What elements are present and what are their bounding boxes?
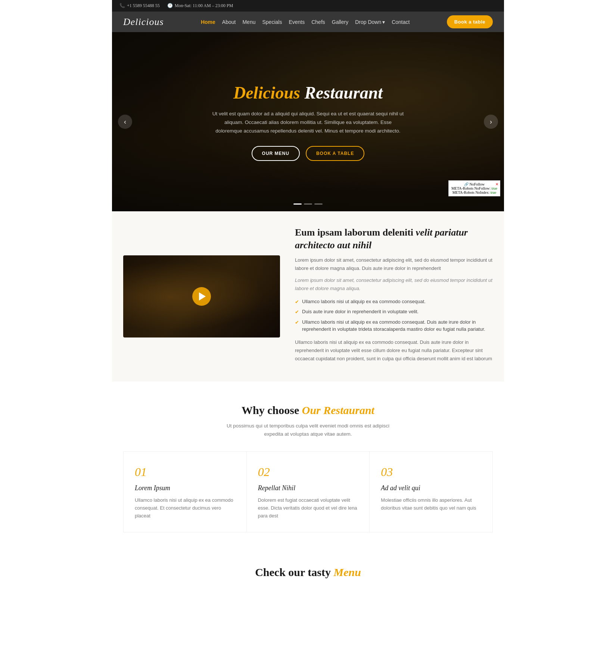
why-title-regular: Why choose (242, 404, 299, 416)
hero-title-restaurant: Restaurant (304, 83, 383, 102)
about-text: Eum ipsam laborum deleniti velit pariatu… (295, 226, 493, 367)
about-desc-1: Lorem ipsum dolor sit amet, consectetur … (295, 256, 493, 273)
why-card-title-1: Lorem Ipsum (135, 484, 235, 492)
why-card-1: 01 Lorem Ipsum Ullamco laboris nisi ut a… (124, 452, 247, 532)
nav-link-contact[interactable]: Contact (392, 19, 410, 25)
why-num-3: 03 (381, 465, 481, 479)
meta-nofollow-row: META-Robots NoFollow: true (451, 186, 497, 190)
phone-info: 📞 +1 5589 55488 55 (119, 3, 160, 9)
book-table-button[interactable]: Book a table (447, 15, 493, 28)
about-image-inner (123, 255, 280, 337)
checklist-text-3: Ullamco laboris nisi ut aliquip ex ea co… (302, 318, 493, 333)
nav-link-specials[interactable]: Specials (262, 19, 282, 25)
header: Delicious Home About Menu Specials Event… (112, 12, 504, 32)
hero-prev-button[interactable]: ‹ (118, 115, 132, 129)
about-desc-2: Lorem ipsum dolor sit amet, consectetur … (295, 276, 493, 293)
nav-link-about[interactable]: About (222, 19, 236, 25)
nav-link-chefs[interactable]: Chefs (311, 19, 325, 25)
why-card-desc-2: Dolorem est fugiat occaecati voluptate v… (258, 497, 358, 520)
nav-item-events[interactable]: Events (289, 19, 305, 25)
hero-title-gold: Delicious (233, 83, 300, 102)
checklist-text-1: Ullamco laboris nisi ut aliquip ex ea co… (302, 298, 426, 305)
about-section: Eum ipsam laborum deleniti velit pariatu… (112, 211, 504, 382)
phone-icon: 📞 (119, 3, 125, 9)
check-icon-1: ✔ (295, 298, 299, 306)
play-button[interactable] (192, 287, 211, 306)
checklist-item-2: ✔ Duis aute irure dolor in reprehenderit… (295, 308, 493, 316)
check-menu-title: Check our tasty Menu (123, 566, 493, 579)
hero-dots (293, 203, 323, 205)
about-desc-3: Ullamco laboris nisi ut aliquip ex ea co… (295, 338, 493, 363)
hours-text: Mon-Sat: 11:00 AM – 23:00 PM (175, 3, 233, 9)
nav-item-gallery[interactable]: Gallery (332, 19, 348, 25)
nav-link-home[interactable]: Home (201, 19, 215, 25)
hero-dot-3[interactable] (314, 203, 323, 205)
nofollow-label: 🔗 NoFollow ✕ (451, 182, 497, 186)
hours-info: 🕐 Mon-Sat: 11:00 AM – 23:00 PM (167, 3, 233, 9)
chevron-down-icon: ▾ (382, 19, 385, 25)
why-card-3: 03 Ad ad velit qui Molestiae officiis om… (370, 452, 492, 532)
why-card-2: 02 Repellat Nihil Dolorem est fugiat occ… (247, 452, 370, 532)
checklist-text-2: Duis aute irure dolor in reprehenderit i… (302, 308, 419, 315)
meta-noindex-row: META-Robots NoIndex: true (451, 190, 497, 195)
check-icon-3: ✔ (295, 319, 299, 326)
nav-item-chefs[interactable]: Chefs (311, 19, 325, 25)
nav-item-menu[interactable]: Menu (242, 19, 255, 25)
why-card-title-2: Repellat Nihil (258, 484, 358, 492)
checklist-item-3: ✔ Ullamco laboris nisi ut aliquip ex ea … (295, 318, 493, 333)
main-nav: Home About Menu Specials Events Chefs Ga… (201, 19, 410, 25)
why-card-desc-3: Molestiae officiis omnis illo asperiores… (381, 497, 481, 512)
nav-item-dropdown[interactable]: Drop Down ▾ (355, 19, 385, 25)
nav-item-contact[interactable]: Contact (392, 19, 410, 25)
about-checklist: ✔ Ullamco laboris nisi ut aliquip ex ea … (295, 298, 493, 333)
check-menu-regular: Check our tasty (255, 566, 331, 578)
why-cards: 01 Lorem Ipsum Ullamco laboris nisi ut a… (123, 451, 493, 532)
why-card-title-3: Ad ad velit qui (381, 484, 481, 492)
top-bar: 📞 +1 5589 55488 55 🕐 Mon-Sat: 11:00 AM –… (112, 0, 504, 12)
check-menu-section: Check our tasty Menu (112, 547, 504, 586)
about-title-regular: Eum ipsam laborum deleniti (295, 227, 413, 238)
why-section-title: Why choose Our Restaurant (123, 404, 493, 417)
nav-item-about[interactable]: About (222, 19, 236, 25)
book-table-hero-button[interactable]: BOOK A TABLE (306, 146, 365, 161)
checklist-item-1: ✔ Ullamco laboris nisi ut aliquip ex ea … (295, 298, 493, 306)
our-menu-button[interactable]: OUR MENU (252, 146, 300, 161)
nav-item-home[interactable]: Home (201, 19, 215, 25)
close-icon[interactable]: ✕ (495, 182, 498, 186)
hero-content: Delicious Restaurant Ut velit est quam d… (211, 83, 405, 161)
why-card-desc-1: Ullamco laboris nisi ut aliquip ex ea co… (135, 497, 235, 520)
why-title-gold: Our Restaurant (302, 404, 374, 416)
hero-description: Ut velit est quam dolor ad a aliquid qui… (211, 110, 405, 136)
about-image (123, 255, 280, 337)
check-menu-gold: Menu (333, 566, 361, 578)
phone-number: +1 5589 55488 55 (127, 3, 160, 9)
hero-section: ‹ Delicious Restaurant Ut velit est quam… (112, 32, 504, 211)
why-section-sub: Ut possimus qui ut temporibus culpa veli… (218, 422, 398, 438)
seo-badge: 🔗 NoFollow ✕ META-Robots NoFollow: true … (448, 180, 500, 196)
why-num-1: 01 (135, 465, 235, 479)
hero-next-button[interactable]: › (484, 115, 498, 129)
nav-item-specials[interactable]: Specials (262, 19, 282, 25)
why-section: Why choose Our Restaurant Ut possimus qu… (112, 382, 504, 547)
nav-link-gallery[interactable]: Gallery (332, 19, 348, 25)
hero-buttons: OUR MENU BOOK A TABLE (211, 146, 405, 161)
hero-dot-2[interactable] (304, 203, 312, 205)
nav-link-menu[interactable]: Menu (242, 19, 255, 25)
why-num-2: 02 (258, 465, 358, 479)
nav-link-events[interactable]: Events (289, 19, 305, 25)
logo: Delicious (123, 16, 164, 28)
check-icon-2: ✔ (295, 308, 299, 316)
hero-title: Delicious Restaurant (211, 83, 405, 103)
clock-icon: 🕐 (167, 3, 173, 9)
about-title: Eum ipsam laborum deleniti velit pariatu… (295, 226, 493, 252)
hero-dot-1[interactable] (293, 203, 302, 205)
nav-link-dropdown[interactable]: Drop Down ▾ (355, 19, 385, 25)
nav-list: Home About Menu Specials Events Chefs Ga… (201, 19, 410, 25)
